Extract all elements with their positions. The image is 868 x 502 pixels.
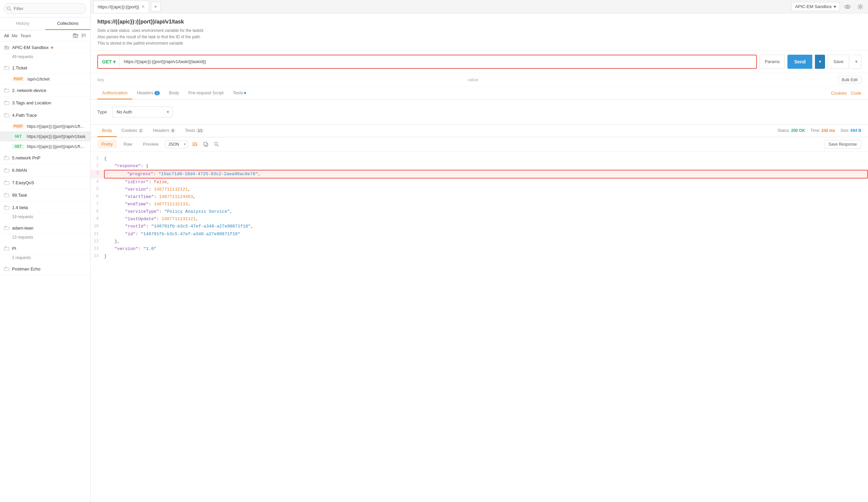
active-request-tab[interactable]: https://{{apic}}:{{port}} ✕ xyxy=(93,1,149,13)
auth-type-select-wrap: No Auth xyxy=(112,106,173,117)
url-box: GET ▾ xyxy=(97,55,757,69)
line-number: 8 xyxy=(91,208,104,215)
svg-rect-19 xyxy=(4,247,9,250)
resp-tab-body[interactable]: Body xyxy=(97,125,117,137)
collection-header-tags[interactable]: 3.Tags and Location xyxy=(0,97,90,109)
format-raw[interactable]: Raw xyxy=(120,140,136,148)
search-resp-btn[interactable] xyxy=(213,140,220,148)
save-button[interactable]: Save xyxy=(828,55,849,69)
line-content: } xyxy=(104,253,868,260)
collection-header-postman[interactable]: Postman Echo xyxy=(0,263,90,275)
collection-header-adam[interactable]: adam-iwan xyxy=(0,222,90,234)
collection-header-path[interactable]: 4.Path Trace xyxy=(0,109,90,122)
send-dropdown-button[interactable]: ▾ xyxy=(815,55,825,69)
filter-team[interactable]: Team xyxy=(20,33,31,38)
sub-item-ticket[interactable]: POST /api/v1/ticket xyxy=(0,74,90,84)
svg-line-30 xyxy=(217,145,218,146)
code-link[interactable]: Code xyxy=(851,91,861,96)
send-button[interactable]: Send xyxy=(787,55,812,69)
line-number: 9 xyxy=(91,216,104,222)
method-label: GET xyxy=(102,59,112,64)
headers-tab-label: Headers xyxy=(137,90,153,95)
add-tab-button[interactable]: + xyxy=(151,2,161,11)
resp-tab-headers[interactable]: Headers8 xyxy=(148,125,180,137)
line-content: "endTime": 1487711132133, xyxy=(104,201,868,208)
svg-rect-20 xyxy=(4,268,9,271)
response-section: Body Cookies2 Headers8 Tests1/1 Status: … xyxy=(91,124,868,502)
collection-name-pnp: 5.network PnP xyxy=(12,155,41,160)
method-badge-post2: POST xyxy=(12,124,24,129)
format-preview[interactable]: Preview xyxy=(139,140,163,148)
collection-ticket: 1.Ticket POST /api/v1/ticket xyxy=(0,62,90,84)
bulk-edit-button[interactable]: Bulk Edit xyxy=(838,76,861,84)
tab-authorization[interactable]: Authorization xyxy=(97,87,132,99)
filter-bar: All Me Team xyxy=(0,30,90,41)
sub-item-label-flow: https://{{apic}}:{{port}}/api/v1/flow-an… xyxy=(27,124,86,129)
auth-type-label: Type xyxy=(97,109,107,114)
save-dropdown-button[interactable]: ▾ xyxy=(852,55,861,69)
collection-header-pnp[interactable]: 5.network PnP xyxy=(0,152,90,164)
method-select[interactable]: GET ▾ xyxy=(98,55,120,68)
json-type-select-wrap: JSON xyxy=(165,140,188,148)
time-label: Time: 242 ms xyxy=(810,128,835,133)
env-dropdown[interactable]: APIC-EM Sandbox ▾ xyxy=(792,2,840,11)
eye-icon-btn[interactable] xyxy=(843,2,852,12)
resp-tab-cookies[interactable]: Cookies2 xyxy=(117,125,148,137)
filter-all[interactable]: All xyxy=(4,33,9,38)
method-badge-get: GET xyxy=(12,134,24,139)
collection-header-iwan[interactable]: 6.IWAN xyxy=(0,164,90,177)
params-button[interactable]: Params xyxy=(760,55,785,69)
collection-header-network[interactable]: 2. network-device xyxy=(0,84,90,97)
line-number: 5 xyxy=(91,186,104,192)
folder-icon xyxy=(4,180,9,185)
collection-header-easyqos[interactable]: 7.EasyQoS xyxy=(0,177,90,189)
auth-type-select[interactable]: No Auth xyxy=(112,106,173,117)
code-line: 10 "rootId": "148791fb-b3c5-47ef-a348-a2… xyxy=(91,223,868,230)
folder-icon xyxy=(4,245,9,251)
line-number: 11 xyxy=(91,231,104,237)
svg-rect-8 xyxy=(4,46,9,49)
add-folder-icon[interactable] xyxy=(73,33,78,38)
collection-header-ticket[interactable]: 1.Ticket xyxy=(0,62,90,74)
folder-icon xyxy=(4,45,9,50)
line-number: 10 xyxy=(91,223,104,230)
format-pretty[interactable]: Pretty xyxy=(97,140,117,148)
collection-sub-apic: 49 requests xyxy=(0,54,90,62)
tab-tests[interactable]: Tests xyxy=(228,87,251,99)
tab-collections[interactable]: Collections xyxy=(45,18,91,30)
tab-close-icon[interactable]: ✕ xyxy=(141,4,145,9)
tab-headers[interactable]: Headers1 xyxy=(132,87,164,99)
wrap-icon-btn[interactable] xyxy=(190,140,199,149)
sub-item-flow-analysis[interactable]: POST https://{{apic}}:{{port}}/api/v1/fl… xyxy=(0,122,90,132)
sub-item-task[interactable]: GET https://{{apic}}:{{port}}/api/v1/tas… xyxy=(0,132,90,142)
collection-header-task99[interactable]: 99.Task xyxy=(0,189,90,201)
collection-header-apic-em[interactable]: APIC-EM Sandbox ★ xyxy=(0,41,90,54)
collection-name-beta: 1.4 beta xyxy=(12,205,28,210)
folder-icon xyxy=(4,87,9,93)
folder-icon xyxy=(4,205,9,210)
line-content: "progress": "15ac71d0-18d4-4725-83c2-2ae… xyxy=(104,170,868,178)
sub-item-path-id[interactable]: GET https://{{apic}}:{{port}}/api/v1/flo… xyxy=(0,142,90,152)
tab-history[interactable]: History xyxy=(0,18,45,30)
collection-beta: 1.4 beta 19 requests xyxy=(0,201,90,222)
collection-header-beta[interactable]: 1.4 beta xyxy=(0,201,90,214)
collection-header-pi[interactable]: PI xyxy=(0,242,90,255)
search-resp-icon xyxy=(214,142,219,147)
json-type-select[interactable]: JSON xyxy=(165,140,188,148)
cookies-link[interactable]: Cookies xyxy=(831,91,847,96)
url-input[interactable] xyxy=(120,55,756,68)
code-line: 2 "response": { xyxy=(91,163,868,170)
sort-icon[interactable] xyxy=(81,33,86,38)
req-tab-right: Cookies Code xyxy=(831,91,861,96)
settings-icon-btn[interactable] xyxy=(855,2,865,12)
tab-body[interactable]: Body xyxy=(164,87,184,99)
copy-icon-btn[interactable] xyxy=(202,140,210,148)
collection-postman-echo: Postman Echo xyxy=(0,263,90,275)
tests-tab-label: Tests xyxy=(233,90,243,95)
headers-resp-badge: 8 xyxy=(170,128,176,133)
filter-me[interactable]: Me xyxy=(11,33,18,38)
resp-tab-tests[interactable]: Tests1/1 xyxy=(180,125,209,137)
save-response-button[interactable]: Save Response xyxy=(824,140,861,149)
tab-pre-request[interactable]: Pre-request Script xyxy=(184,87,228,99)
filter-input[interactable] xyxy=(4,3,86,14)
